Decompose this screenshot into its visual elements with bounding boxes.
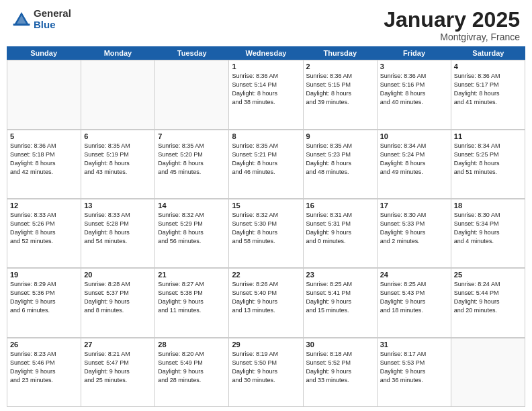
day-number: 30 [306,340,374,349]
header-day-sunday: Sunday [7,46,81,60]
header-day-wednesday: Wednesday [229,46,303,60]
day-info: Sunrise: 8:30 AM Sunset: 5:33 PM Dayligh… [380,211,448,246]
day-info: Sunrise: 8:29 AM Sunset: 5:36 PM Dayligh… [10,280,78,315]
day-number: 12 [10,201,78,210]
day-info: Sunrise: 8:36 AM Sunset: 5:18 PM Dayligh… [10,142,78,177]
day-info: Sunrise: 8:34 AM Sunset: 5:25 PM Dayligh… [454,142,522,177]
day-cell-30: 30Sunrise: 8:18 AM Sunset: 5:52 PM Dayli… [304,338,378,407]
day-info: Sunrise: 8:27 AM Sunset: 5:38 PM Dayligh… [158,280,226,315]
day-number: 23 [306,271,374,279]
calendar-body: 1Sunrise: 8:36 AM Sunset: 5:14 PM Daylig… [7,60,525,407]
week-row-2: 5Sunrise: 8:36 AM Sunset: 5:18 PM Daylig… [7,130,525,199]
header-day-monday: Monday [81,46,154,60]
day-info: Sunrise: 8:25 AM Sunset: 5:43 PM Dayligh… [380,280,448,315]
day-number: 20 [84,271,152,279]
day-cell-empty [7,60,81,129]
day-info: Sunrise: 8:28 AM Sunset: 5:37 PM Dayligh… [84,280,152,315]
day-cell-3: 3Sunrise: 8:36 AM Sunset: 5:16 PM Daylig… [378,60,451,129]
day-number: 13 [84,201,152,210]
day-cell-4: 4Sunrise: 8:36 AM Sunset: 5:17 PM Daylig… [451,60,525,129]
day-info: Sunrise: 8:36 AM Sunset: 5:14 PM Dayligh… [232,72,300,107]
svg-rect-2 [13,24,30,26]
day-info: Sunrise: 8:35 AM Sunset: 5:21 PM Dayligh… [232,142,300,177]
day-cell-24: 24Sunrise: 8:25 AM Sunset: 5:43 PM Dayli… [378,269,451,337]
logo-icon [12,10,31,29]
day-number: 10 [380,132,448,140]
day-info: Sunrise: 8:31 AM Sunset: 5:31 PM Dayligh… [306,211,374,246]
day-number: 3 [380,62,448,71]
day-cell-23: 23Sunrise: 8:25 AM Sunset: 5:41 PM Dayli… [304,269,378,337]
day-cell-19: 19Sunrise: 8:29 AM Sunset: 5:36 PM Dayli… [7,269,81,337]
calendar: SundayMondayTuesdayWednesdayThursdayFrid… [0,46,532,411]
day-cell-17: 17Sunrise: 8:30 AM Sunset: 5:33 PM Dayli… [378,199,451,268]
day-number: 19 [10,271,78,279]
day-number: 11 [454,132,522,140]
day-number: 17 [380,201,448,210]
day-cell-16: 16Sunrise: 8:31 AM Sunset: 5:31 PM Dayli… [304,199,378,268]
day-number: 4 [454,62,522,71]
day-info: Sunrise: 8:24 AM Sunset: 5:44 PM Dayligh… [454,280,522,315]
day-number: 27 [84,340,152,349]
logo: General Blue [12,8,71,30]
day-number: 6 [84,132,152,140]
day-number: 5 [10,132,78,140]
day-number: 24 [380,271,448,279]
day-cell-empty [451,338,525,407]
day-info: Sunrise: 8:33 AM Sunset: 5:28 PM Dayligh… [84,211,152,246]
day-cell-9: 9Sunrise: 8:35 AM Sunset: 5:23 PM Daylig… [304,130,378,199]
day-cell-12: 12Sunrise: 8:33 AM Sunset: 5:26 PM Dayli… [7,199,81,268]
day-info: Sunrise: 8:32 AM Sunset: 5:30 PM Dayligh… [232,211,300,246]
day-number: 2 [306,62,374,71]
day-number: 31 [380,340,448,349]
day-cell-13: 13Sunrise: 8:33 AM Sunset: 5:28 PM Dayli… [81,199,155,268]
day-cell-6: 6Sunrise: 8:35 AM Sunset: 5:19 PM Daylig… [81,130,155,199]
calendar-title: January 2025 [384,8,520,32]
week-row-5: 26Sunrise: 8:23 AM Sunset: 5:46 PM Dayli… [7,338,525,407]
day-info: Sunrise: 8:19 AM Sunset: 5:50 PM Dayligh… [232,350,300,385]
day-cell-2: 2Sunrise: 8:36 AM Sunset: 5:15 PM Daylig… [304,60,378,129]
day-cell-22: 22Sunrise: 8:26 AM Sunset: 5:40 PM Dayli… [229,269,303,337]
day-number: 8 [232,132,300,140]
day-number: 16 [306,201,374,210]
day-number: 25 [454,271,522,279]
day-cell-31: 31Sunrise: 8:17 AM Sunset: 5:53 PM Dayli… [378,338,451,407]
day-info: Sunrise: 8:20 AM Sunset: 5:49 PM Dayligh… [158,350,226,385]
day-number: 15 [232,201,300,210]
day-cell-1: 1Sunrise: 8:36 AM Sunset: 5:14 PM Daylig… [229,60,303,129]
day-cell-5: 5Sunrise: 8:36 AM Sunset: 5:18 PM Daylig… [7,130,81,199]
logo-blue-text: Blue [34,19,71,31]
day-info: Sunrise: 8:21 AM Sunset: 5:47 PM Dayligh… [84,350,152,385]
day-number: 29 [232,340,300,349]
week-row-3: 12Sunrise: 8:33 AM Sunset: 5:26 PM Dayli… [7,199,525,268]
day-info: Sunrise: 8:36 AM Sunset: 5:15 PM Dayligh… [306,72,374,107]
day-cell-21: 21Sunrise: 8:27 AM Sunset: 5:38 PM Dayli… [155,269,229,337]
day-info: Sunrise: 8:35 AM Sunset: 5:23 PM Dayligh… [306,142,374,177]
logo-general-text: General [34,8,71,19]
day-number: 9 [306,132,374,140]
day-number: 26 [10,340,78,349]
day-number: 28 [158,340,226,349]
day-info: Sunrise: 8:36 AM Sunset: 5:17 PM Dayligh… [454,72,522,107]
day-cell-18: 18Sunrise: 8:30 AM Sunset: 5:34 PM Dayli… [451,199,525,268]
day-cell-28: 28Sunrise: 8:20 AM Sunset: 5:49 PM Dayli… [155,338,229,407]
calendar-header: SundayMondayTuesdayWednesdayThursdayFrid… [7,46,525,60]
day-number: 14 [158,201,226,210]
day-cell-20: 20Sunrise: 8:28 AM Sunset: 5:37 PM Dayli… [81,269,155,337]
day-info: Sunrise: 8:32 AM Sunset: 5:29 PM Dayligh… [158,211,226,246]
day-cell-empty [81,60,155,129]
title-block: January 2025 Montgivray, France [384,8,520,42]
day-info: Sunrise: 8:25 AM Sunset: 5:41 PM Dayligh… [306,280,374,315]
day-number: 22 [232,271,300,279]
week-row-1: 1Sunrise: 8:36 AM Sunset: 5:14 PM Daylig… [7,60,525,129]
header-day-saturday: Saturday [451,46,525,60]
week-row-4: 19Sunrise: 8:29 AM Sunset: 5:36 PM Dayli… [7,268,525,337]
day-info: Sunrise: 8:34 AM Sunset: 5:24 PM Dayligh… [380,142,448,177]
day-info: Sunrise: 8:35 AM Sunset: 5:20 PM Dayligh… [158,142,226,177]
day-cell-14: 14Sunrise: 8:32 AM Sunset: 5:29 PM Dayli… [155,199,229,268]
day-info: Sunrise: 8:33 AM Sunset: 5:26 PM Dayligh… [10,211,78,246]
day-number: 21 [158,271,226,279]
day-info: Sunrise: 8:17 AM Sunset: 5:53 PM Dayligh… [380,350,448,385]
day-cell-empty [155,60,229,129]
day-cell-27: 27Sunrise: 8:21 AM Sunset: 5:47 PM Dayli… [81,338,155,407]
day-number: 7 [158,132,226,140]
